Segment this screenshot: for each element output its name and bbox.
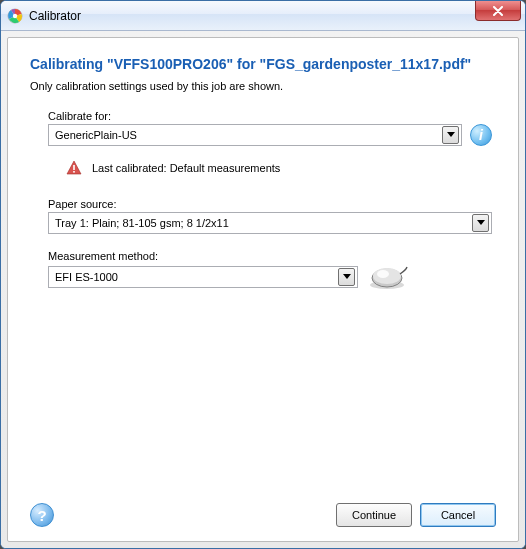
chevron-down-icon: [472, 214, 489, 232]
footer: ? Continue Cancel: [30, 493, 496, 527]
close-icon: [492, 6, 504, 16]
paper-source-value: Tray 1: Plain; 81-105 gsm; 8 1/2x11: [55, 217, 229, 229]
titlebar: Calibrator: [1, 1, 525, 31]
main-panel: Calibrating "VFFS100PRO206" for "FGS_gar…: [7, 37, 519, 542]
help-button[interactable]: ?: [30, 503, 54, 527]
page-heading: Calibrating "VFFS100PRO206" for "FGS_gar…: [30, 56, 496, 72]
measurement-method-label: Measurement method:: [48, 250, 492, 262]
svg-rect-3: [73, 171, 75, 173]
continue-button[interactable]: Continue: [336, 503, 412, 527]
svg-point-7: [377, 270, 389, 278]
cancel-button[interactable]: Cancel: [420, 503, 496, 527]
paper-source-label: Paper source:: [48, 198, 492, 210]
paper-source-combo[interactable]: Tray 1: Plain; 81-105 gsm; 8 1/2x11: [48, 212, 492, 234]
page-subtext: Only calibration settings used by this j…: [30, 80, 496, 92]
info-icon: i: [479, 127, 483, 143]
calibrator-window: Calibrator Calibrating "VFFS100PRO206" f…: [0, 0, 526, 549]
measurement-method-value: EFI ES-1000: [55, 271, 118, 283]
calibrate-for-combo[interactable]: GenericPlain-US: [48, 124, 462, 146]
app-icon: [7, 8, 23, 24]
last-calibrated-text: Last calibrated: Default measurements: [92, 162, 280, 174]
warning-icon: [66, 160, 82, 176]
close-button[interactable]: [475, 1, 521, 21]
measurement-method-combo[interactable]: EFI ES-1000: [48, 266, 358, 288]
measurement-device-icon: [366, 264, 408, 290]
calibrate-for-label: Calibrate for:: [48, 110, 492, 122]
last-calibrated-row: Last calibrated: Default measurements: [66, 160, 492, 176]
window-title: Calibrator: [29, 9, 81, 23]
form-area: Calibrate for: GenericPlain-US i: [30, 110, 496, 290]
help-icon: ?: [37, 507, 46, 524]
client-area: Calibrating "VFFS100PRO206" for "FGS_gar…: [1, 31, 525, 548]
info-button[interactable]: i: [470, 124, 492, 146]
button-row: Continue Cancel: [336, 503, 496, 527]
svg-point-1: [13, 13, 17, 17]
chevron-down-icon: [338, 268, 355, 286]
svg-rect-2: [73, 165, 75, 170]
calibrate-for-value: GenericPlain-US: [55, 129, 137, 141]
chevron-down-icon: [442, 126, 459, 144]
